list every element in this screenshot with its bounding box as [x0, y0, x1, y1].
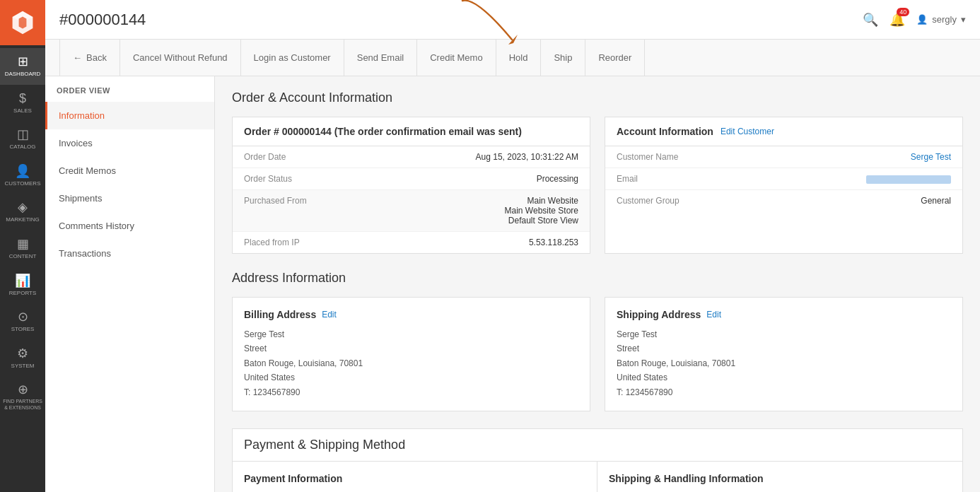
back-button[interactable]: ← Back [59, 40, 120, 76]
customer-group-value: General [748, 190, 962, 212]
sidebar-item-reports-label: Reports [9, 290, 37, 297]
user-menu[interactable]: 👤 sergly ▾ [916, 14, 966, 25]
magento-logo[interactable] [0, 0, 45, 45]
sidebar-item-reports[interactable]: 📊 Reports [0, 267, 45, 304]
hold-label: Hold [509, 52, 528, 63]
shipping-name: Serge Test [617, 329, 657, 339]
sidebar-item-catalog-label: Catalog [9, 144, 35, 151]
sidebar-item-sales-label: Sales [13, 107, 32, 115]
back-label: Back [86, 52, 107, 63]
sidebar-item-system[interactable]: ⚙ System [0, 340, 45, 377]
nav-item-comments-history[interactable]: Comments History [45, 212, 214, 240]
login-label: Login as Customer [254, 52, 331, 63]
send-email-label: Send Email [357, 52, 404, 63]
login-as-customer-button[interactable]: Login as Customer [241, 40, 344, 76]
account-info-header: Account Information Edit Customer [605, 117, 962, 146]
shipping-address-text: Serge Test Street Baton Rouge, Louisiana… [617, 327, 951, 399]
billing-title-text: Billing Address [244, 309, 316, 320]
extensions-icon: ⊕ [18, 383, 28, 396]
edit-customer-link[interactable]: Edit Customer [721, 127, 774, 136]
email-value [748, 168, 962, 190]
sidebar-item-dashboard[interactable]: ⊞ Dashboard [0, 48, 45, 85]
billing-address-text: Serge Test Street Baton Rouge, Louisiana… [244, 327, 578, 399]
payment-shipping-title: Payment & Shipping Method [233, 429, 962, 462]
ship-button[interactable]: Ship [541, 40, 585, 76]
sidebar-item-customers[interactable]: 👤 Customers [0, 158, 45, 194]
shipping-address-box: Shipping Address Edit Serge Test Street … [605, 297, 963, 411]
placed-from-ip-value: 5.53.118.253 [375, 232, 590, 254]
table-row: Customer Group General [605, 190, 962, 212]
billing-name: Serge Test [244, 329, 284, 339]
billing-edit-link[interactable]: Edit [322, 310, 337, 320]
notifications-button[interactable]: 🔔 40 [889, 12, 905, 28]
header-actions: 🔍 🔔 40 👤 sergly ▾ [863, 12, 966, 28]
order-date-value: Aug 15, 2023, 10:31:22 AM [375, 146, 590, 168]
shipping-country: United States [617, 373, 667, 382]
cancel-without-refund-button[interactable]: Cancel Without Refund [120, 40, 241, 76]
order-date-label: Order Date [233, 146, 375, 168]
order-status-label: Order Status [233, 168, 375, 190]
nav-item-invoices[interactable]: Invoices [45, 129, 214, 157]
table-row: Placed from IP 5.53.118.253 [233, 232, 590, 254]
nav-item-information[interactable]: Information [45, 102, 214, 129]
sidebar-item-sales[interactable]: $ Sales [0, 85, 45, 122]
sidebar-item-extensions[interactable]: ⊕ Find Partners & Extensions [0, 376, 45, 418]
shipping-phone: T: 1234567890 [617, 387, 672, 397]
toolbar-wrapper: ← Back Cancel Without Refund Login as Cu… [45, 40, 980, 76]
cancel-label: Cancel Without Refund [133, 52, 228, 63]
order-info-header: Order # 000000144 (The order confirmatio… [233, 117, 590, 146]
billing-city-state: Baton Rouge, Louisiana, 70801 [244, 358, 363, 368]
account-info-box: Account Information Edit Customer Custom… [605, 117, 963, 254]
dashboard-icon: ⊞ [18, 55, 28, 68]
ship-label: Ship [554, 52, 572, 63]
shipping-info-title: Shipping & Handling Information [609, 473, 951, 484]
nav-item-transactions[interactable]: Transactions [45, 240, 214, 267]
sidebar-item-extensions-label: Find Partners & Extensions [3, 399, 42, 411]
content-icon: ▦ [17, 238, 29, 250]
send-email-button[interactable]: Send Email [344, 40, 417, 76]
reorder-label: Reorder [598, 52, 631, 63]
sales-icon: $ [19, 92, 26, 105]
hold-button[interactable]: Hold [496, 40, 542, 76]
order-view-nav-title: ORDER VIEW [45, 76, 214, 102]
sidebar-item-marketing[interactable]: ◈ Marketing [0, 194, 45, 230]
sidebar-item-marketing-label: Marketing [6, 216, 40, 223]
back-icon: ← [73, 52, 82, 63]
customers-icon: 👤 [15, 165, 30, 177]
purchased-from-value: Main Website Main Website Store Default … [375, 190, 590, 232]
order-info-table: Order Date Aug 15, 2023, 10:31:22 AM Ord… [233, 146, 590, 253]
content-area: Order & Account Information Order # 0000… [215, 76, 980, 492]
nav-item-shipments[interactable]: Shipments [45, 184, 214, 212]
placed-from-ip-label: Placed from IP [233, 232, 375, 254]
payment-info-title: Payment Information [244, 473, 585, 484]
shipping-street: Street [617, 344, 639, 353]
purchased-from-label: Purchased From [233, 190, 375, 232]
page-title: #000000144 [59, 11, 146, 29]
table-row: Customer Name Serge Test [605, 146, 962, 168]
reports-icon: 📊 [15, 274, 30, 287]
sidebar-item-stores[interactable]: ⊙ Stores [0, 303, 45, 340]
address-grid: Billing Address Edit Serge Test Street B… [232, 297, 963, 411]
order-info-box: Order # 000000144 (The order confirmatio… [232, 117, 590, 254]
notification-count: 40 [897, 8, 909, 16]
shipping-edit-link[interactable]: Edit [706, 310, 721, 320]
sidebar-item-catalog[interactable]: ◫ Catalog [0, 121, 45, 158]
customer-name-value: Serge Test [748, 146, 962, 168]
user-icon: 👤 [916, 14, 928, 25]
shipping-address-title: Shipping Address Edit [617, 309, 951, 320]
search-button[interactable]: 🔍 [863, 12, 878, 28]
address-section-title: Address Information [232, 271, 963, 286]
billing-street: Street [244, 344, 267, 353]
nav-item-credit-memos[interactable]: Credit Memos [45, 157, 214, 184]
table-row: Purchased From Main Website Main Website… [233, 190, 590, 232]
sidebar-item-content-label: Content [9, 253, 37, 260]
shipping-city-state: Baton Rouge, Louisiana, 70801 [617, 358, 735, 368]
table-row: Order Date Aug 15, 2023, 10:31:22 AM [233, 146, 590, 168]
chevron-down-icon: ▾ [961, 14, 966, 25]
sidebar-item-content[interactable]: ▦ Content [0, 230, 45, 267]
reorder-button[interactable]: Reorder [585, 40, 645, 76]
account-info-title: Account Information [617, 126, 713, 137]
credit-memo-button[interactable]: Credit Memo [417, 40, 496, 76]
email-blurred [866, 175, 951, 184]
payment-grid: Payment Information Shipping & Handling … [233, 462, 962, 492]
